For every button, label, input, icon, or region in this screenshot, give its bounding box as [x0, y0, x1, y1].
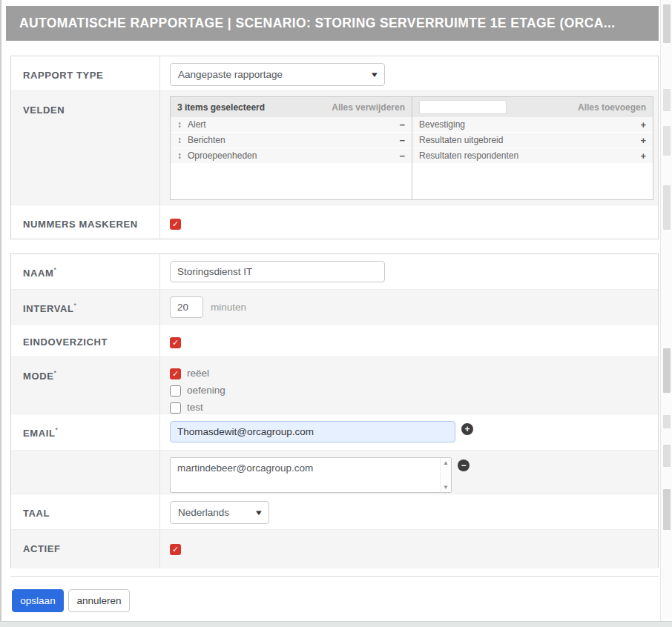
- add-field-button[interactable]: +: [640, 135, 646, 146]
- mode-test-label: test: [187, 402, 203, 413]
- naam-label: NAAM: [23, 268, 53, 279]
- naam-input[interactable]: [170, 261, 385, 282]
- scrollbar-segment: [663, 445, 671, 467]
- rapport-type-select[interactable]: Aangepaste rapportage ▾: [170, 63, 385, 86]
- mode-test-checkbox[interactable]: ✓: [170, 402, 181, 414]
- mode-label: MODE: [23, 371, 53, 382]
- selected-field-row[interactable]: ↕ Alert −: [171, 117, 412, 132]
- add-email-button[interactable]: +: [461, 423, 473, 435]
- fields-search-input[interactable]: [419, 100, 507, 114]
- mode-oefening-checkbox[interactable]: ✓: [170, 385, 181, 397]
- remove-field-button[interactable]: −: [399, 135, 405, 146]
- velden-content: 3 items geselecteerd Alles verwijderen ↕…: [160, 91, 659, 205]
- remove-all-link[interactable]: Alles verwijderen: [332, 102, 405, 113]
- taal-label: TAAL: [23, 508, 50, 519]
- email-list-scrollbar[interactable]: ▲ ▼: [440, 458, 451, 492]
- interval-content: minuten: [160, 290, 658, 325]
- fields-dual-list: 3 items geselecteerd Alles verwijderen ↕…: [170, 96, 653, 200]
- scroll-up-icon[interactable]: ▲: [443, 460, 449, 466]
- plus-icon: +: [464, 425, 470, 434]
- save-button[interactable]: opslaan: [12, 589, 64, 612]
- selected-field-row[interactable]: ↕ Berichten −: [171, 133, 412, 147]
- interval-label: INTERVAL: [23, 303, 74, 314]
- minus-icon: −: [461, 461, 466, 470]
- nummers-maskeren-checkbox[interactable]: ✓: [170, 219, 181, 230]
- available-field-name: Resultaten respondenten: [419, 150, 634, 161]
- velden-label-cell: VELDEN: [11, 91, 160, 205]
- add-field-button[interactable]: +: [640, 119, 646, 130]
- available-fields-box: Alles toevoegen Bevestiging + Resultaten…: [412, 97, 653, 199]
- email-primary-input[interactable]: [170, 421, 455, 442]
- page-bottom-edge: [0, 621, 672, 627]
- add-all-link[interactable]: Alles toevoegen: [578, 102, 646, 113]
- mode-reeel-label: reëel: [187, 368, 209, 379]
- remove-email-button[interactable]: −: [458, 460, 470, 471]
- mode-content: ✓ reëel ✓ oefening ✓ test: [160, 357, 658, 414]
- selected-count-text: 3 items geselecteerd: [177, 102, 265, 113]
- available-field-name: Resultaten uitgebreid: [419, 135, 634, 145]
- eindoverzicht-label: EINDOVERZICHT: [23, 336, 108, 348]
- check-icon: ✓: [172, 370, 179, 378]
- actief-content: ✓: [160, 530, 658, 568]
- drag-handle-icon[interactable]: ↕: [177, 150, 182, 161]
- check-icon: ✓: [172, 220, 179, 228]
- footer-divider: [10, 576, 659, 577]
- row-velden: VELDEN 3 items geselecteerd Alles verwij…: [11, 91, 658, 205]
- email-recipients-listbox[interactable]: martindebeer@orcagroup.com ▲ ▼: [170, 457, 452, 493]
- drag-handle-icon[interactable]: ↕: [177, 119, 182, 130]
- actief-checkbox[interactable]: ✓: [170, 544, 181, 555]
- report-settings-panel: RAPPORT TYPE Aangepaste rapportage ▾ VEL…: [10, 56, 659, 239]
- remove-field-button[interactable]: −: [399, 150, 405, 162]
- mode-option-reeel: ✓ reëel: [170, 366, 652, 380]
- taal-label-cell: TAAL: [11, 494, 160, 530]
- eindoverzicht-content: ✓: [160, 325, 658, 357]
- email-list-label-cell: [11, 451, 160, 494]
- scrollbar-segment: [663, 415, 671, 428]
- available-field-row[interactable]: Resultaten respondenten +: [412, 148, 653, 163]
- email-list-content: martindebeer@orcagroup.com ▲ ▼ −: [160, 451, 658, 494]
- interval-unit: minuten: [211, 302, 246, 313]
- interval-input[interactable]: [170, 296, 203, 318]
- page-title-bar: AUTOMATISCHE RAPPORTAGE | SCENARIO: STOR…: [6, 6, 659, 41]
- available-field-row[interactable]: Resultaten uitgebreid +: [412, 133, 653, 147]
- interval-label-cell: INTERVAL*: [11, 290, 160, 325]
- email-secondary-value[interactable]: martindebeer@orcagroup.com: [171, 458, 440, 492]
- row-eindoverzicht: EINDOVERZICHT ✓: [11, 325, 658, 357]
- rapport-type-label: RAPPORT TYPE: [23, 70, 103, 81]
- actief-label: ACTIEF: [23, 543, 61, 554]
- selected-fields-box: 3 items geselecteerd Alles verwijderen ↕…: [171, 97, 412, 199]
- page-scrollbar[interactable]: [660, 0, 672, 627]
- page-title: AUTOMATISCHE RAPPORTAGE | SCENARIO: STOR…: [19, 16, 616, 31]
- row-nummers-maskeren: NUMMERS MASKEREN ✓: [11, 205, 658, 239]
- add-field-button[interactable]: +: [640, 150, 646, 162]
- row-naam: NAAM*: [11, 254, 658, 290]
- cancel-button[interactable]: annuleren: [68, 589, 130, 612]
- scrollbar-segment: [663, 126, 671, 156]
- taal-select[interactable]: Nederlands ▾: [170, 501, 269, 524]
- velden-label: VELDEN: [23, 104, 65, 116]
- available-field-row[interactable]: Bevestiging +: [412, 117, 653, 132]
- mode-reeel-checkbox[interactable]: ✓: [170, 368, 181, 379]
- scrollbar-segment: [663, 348, 671, 393]
- schedule-settings-panel: NAAM* INTERVAL* minuten EINDOVERZICHT ✓: [10, 253, 659, 568]
- rapport-type-selected-value: Aangepaste rapportage: [178, 69, 283, 80]
- required-mark: *: [53, 369, 56, 376]
- chevron-down-icon: ▾: [256, 508, 262, 517]
- remove-field-button[interactable]: −: [399, 119, 405, 130]
- drag-handle-icon[interactable]: ↕: [177, 135, 182, 145]
- row-rapport-type: RAPPORT TYPE Aangepaste rapportage ▾: [11, 56, 658, 91]
- available-fields-header: Alles toevoegen: [412, 97, 653, 117]
- selected-field-row[interactable]: ↕ Oproepeenheden −: [171, 148, 412, 163]
- row-interval: INTERVAL* minuten: [11, 290, 658, 325]
- scrollbar-segment: [663, 89, 671, 111]
- row-email: EMAIL* +: [11, 414, 658, 451]
- check-icon: ✓: [172, 339, 179, 347]
- nummers-maskeren-label: NUMMERS MASKEREN: [23, 219, 138, 230]
- mode-option-oefening: ✓ oefening: [170, 383, 652, 397]
- scroll-down-icon[interactable]: ▼: [443, 484, 449, 491]
- naam-content: [160, 254, 658, 290]
- taal-selected-value: Nederlands: [178, 507, 229, 518]
- available-field-name: Bevestiging: [419, 119, 634, 130]
- row-taal: TAAL Nederlands ▾: [11, 494, 658, 530]
- eindoverzicht-checkbox[interactable]: ✓: [170, 337, 181, 348]
